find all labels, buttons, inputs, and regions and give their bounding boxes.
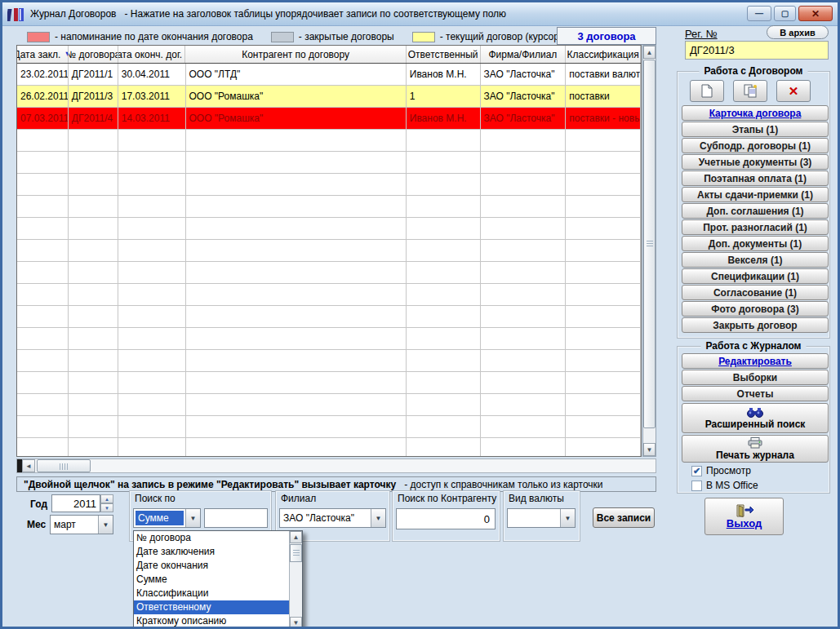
table-row[interactable]: 23.02.2011ДГ2011/130.04.2011ООО "ЛТД"Ива… [17, 64, 641, 86]
table-cell [566, 328, 641, 349]
contract-button[interactable]: Согласование (1) [682, 285, 829, 300]
year-down-icon[interactable]: ▼ [100, 503, 113, 512]
preview-checkbox[interactable]: ✔ Просмотр [691, 465, 751, 476]
journal-button[interactable]: Выборки [682, 370, 829, 385]
table-cell [69, 196, 118, 217]
scroll-up-icon[interactable]: ▲ [643, 46, 656, 59]
table-row[interactable]: 26.02.2011ДГ2011/317.03.2011ООО "Ромашка… [17, 86, 641, 108]
vertical-scrollbar[interactable]: ▲ ▼ [642, 45, 656, 457]
year-up-icon[interactable]: ▲ [100, 494, 113, 503]
dropdown-scroll-thumb[interactable] [290, 544, 302, 562]
table-cell [407, 262, 481, 283]
print-journal-button[interactable]: Печать журнала [682, 435, 829, 463]
dropdown-option[interactable]: № договора [134, 531, 289, 545]
table-cell [481, 306, 567, 327]
status-hint-normal: - доступ к справочникам только из карточ… [404, 479, 602, 490]
all-records-button[interactable]: Все записи [593, 507, 655, 528]
table-cell [407, 438, 481, 457]
contract-button[interactable]: Поэтапная оплата (1) [682, 171, 829, 186]
contract-button[interactable]: Доп. документы (1) [682, 236, 829, 251]
contract-button[interactable]: Прот. разногласий (1) [682, 219, 829, 235]
contract-button[interactable]: Субподр. договоры (1) [682, 138, 829, 153]
journal-button[interactable]: Редактировать [682, 353, 829, 369]
scroll-down-icon[interactable]: ▼ [290, 617, 302, 629]
scroll-up-icon[interactable]: ▲ [290, 531, 302, 543]
reg-number-input[interactable]: ДГ2011/3 [685, 41, 829, 60]
column-header-2[interactable]: № договора [69, 46, 118, 63]
contract-button[interactable]: Акты сдачи-приемки (1) [682, 187, 829, 202]
contract-button[interactable]: Спецификации (1) [682, 268, 829, 284]
close-button[interactable]: ✕ [798, 6, 833, 21]
dropdown-option[interactable]: Сумме [134, 573, 289, 587]
dropdown-option[interactable]: Краткому описанию [134, 614, 289, 628]
horizontal-scroll-thumb[interactable] [37, 459, 91, 472]
window-title: Журнал Договоров - Нажатие на заголовок … [30, 8, 506, 20]
table-cell [186, 350, 407, 371]
table-cell [69, 394, 118, 415]
contract-button[interactable]: Закрыть договор [682, 317, 829, 333]
scroll-down-icon[interactable]: ▼ [643, 443, 656, 456]
dropdown-scrollbar[interactable]: ▲ ▼ [289, 531, 302, 629]
table-cell [118, 416, 186, 437]
table-cell [186, 218, 407, 239]
table-row[interactable]: 07.03.2011ДГ2011/414.03.2011ООО "Ромашка… [17, 108, 641, 130]
table-cell [69, 152, 118, 173]
column-header-3[interactable]: Дата оконч. дог.▼ [118, 46, 186, 63]
delete-contract-button[interactable]: ✕ [776, 80, 811, 102]
dropdown-option[interactable]: Ответственному [134, 600, 289, 614]
table-cell [407, 328, 481, 349]
minimize-button[interactable]: — [747, 6, 771, 21]
maximize-button[interactable]: ▢ [774, 6, 796, 21]
scroll-left-icon[interactable]: ◄ [22, 459, 35, 472]
dropdown-option[interactable]: Дате заключения [134, 545, 289, 559]
column-header-6[interactable]: Фирма/Филиал [481, 46, 567, 63]
journal-button[interactable]: Отчеты [682, 386, 829, 401]
ms-office-checkbox[interactable]: В MS Office [691, 480, 758, 491]
horizontal-scrollbar[interactable]: ◄ [16, 458, 656, 473]
contract-button[interactable]: Учетные документы (3) [682, 154, 829, 170]
exit-button[interactable]: Выход [704, 498, 784, 535]
vertical-scroll-thumb[interactable] [643, 60, 656, 428]
contract-button[interactable]: Фото договора (3) [682, 301, 829, 317]
chevron-down-icon[interactable]: ▼ [371, 509, 385, 527]
new-contract-button[interactable] [690, 80, 724, 102]
printer-icon [747, 437, 763, 449]
table-row-empty [17, 262, 641, 284]
column-header-1[interactable]: Дата закл.▼ [17, 46, 69, 63]
table-cell [69, 240, 118, 261]
table-cell [481, 416, 567, 437]
chevron-down-icon[interactable]: ▼ [560, 509, 575, 527]
archive-button[interactable]: В архив [767, 25, 829, 39]
chevron-down-icon[interactable]: ▼ [185, 509, 200, 527]
column-header-4[interactable]: Контрагент по договору [185, 46, 406, 63]
advanced-search-button[interactable]: Расширенный поиск [682, 403, 829, 433]
month-select[interactable]: март ▼ [50, 515, 113, 534]
search-by-select[interactable]: Сумме ▼ [133, 508, 201, 528]
table-cell [481, 350, 567, 371]
dropdown-option[interactable]: Дате окончания [134, 559, 289, 573]
contract-button[interactable]: Этапы (1) [682, 122, 829, 137]
year-value[interactable]: 2011 [51, 494, 100, 512]
counterparty-input[interactable]: 0 [396, 508, 496, 529]
journal-books-icon [7, 7, 25, 22]
contract-button[interactable]: Доп. соглашения (1) [682, 203, 829, 219]
column-header-5[interactable]: Ответственный [407, 46, 481, 63]
journal-buttons: РедактироватьВыборкиОтчеты [682, 353, 829, 401]
table-cell [69, 438, 118, 457]
copy-contract-button[interactable] [733, 80, 767, 102]
dropdown-option[interactable]: Классификации [134, 587, 289, 600]
branch-select[interactable]: ЗАО "Ласточка" ▼ [279, 508, 386, 528]
table-row-empty [17, 174, 641, 196]
contract-button[interactable]: Карточка договора [682, 105, 829, 121]
currency-select[interactable]: ▼ [507, 508, 576, 528]
table-cell [186, 416, 407, 437]
chevron-down-icon[interactable]: ▼ [98, 516, 113, 534]
contract-button[interactable]: Векселя (1) [682, 252, 829, 268]
column-header-7[interactable]: Классификация [566, 46, 641, 63]
search-by-value: Сумме [136, 511, 184, 525]
table-cell [566, 372, 641, 393]
search-by-input[interactable] [204, 508, 268, 528]
table-cell [17, 306, 69, 327]
year-stepper[interactable]: 2011 ▲ ▼ [51, 494, 113, 512]
table-row-empty [17, 284, 641, 306]
